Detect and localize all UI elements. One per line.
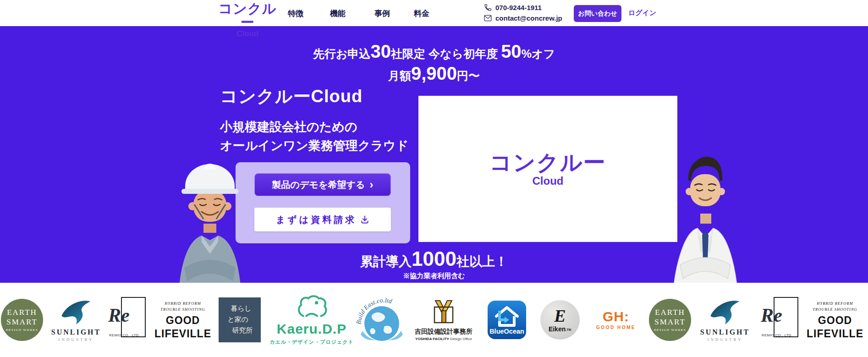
client-logo-kurashi: 暮らし と家の 研究所 [219,297,261,342]
earth-smart-line1: EARTH [655,308,685,317]
promo-number-50: 50 [501,41,522,61]
client-logo-earth-smart: EARTH SMART DESIGN WORKS [1,299,43,341]
glv-tagline2: TROUBLE SHOOTING [154,307,211,313]
nav-item-features[interactable]: 特徴 [288,8,303,19]
promo-text: 社限定 今なら初年度 [391,47,501,60]
client-logo-remio: Re REMIO CO., LTD. [760,297,802,343]
kaeru-sub: カエル・デザイン・プロジェクト [269,339,353,346]
remio-mark: Re [108,304,130,326]
stats-number: 1000 [412,247,456,270]
kurashi-box-icon: 暮らし と家の 研究所 [219,297,261,342]
yoshida-y-icon [431,299,456,324]
demo-request-button[interactable]: 製品のデモを希望する › [254,173,391,196]
client-logo-kaeru: Kaeru.D.P カエル・デザイン・プロジェクト [269,295,353,346]
yoshida-sub-bold: YOSHIDA FACILITY [415,337,449,341]
kurashi-line2: と家の [215,314,261,325]
header: コンクルー Cloud 特徴 機能 事例 料金 070-9244-1911 co… [0,0,868,26]
client-logo-blueocean: BlueOcean [488,301,526,339]
glv-line2: LIFEVILLE [154,328,211,339]
promo-text: %オフ [522,47,555,60]
yoshida-sub-rest: Design Office [450,337,472,341]
client-logo-eiken: E Eiken.TK [540,300,580,340]
remio-sub: REMIO CO., LTD. [109,333,140,337]
eiken-name-text: Eiken [549,325,566,333]
blueocean-name: BlueOcean [489,328,524,335]
yoshida-name: 吉田設備設計事務所 [415,328,472,336]
earth-smart-circle-icon: EARTH SMART DESIGN WORKS [649,299,691,341]
header-phone-number: 070-9244-1911 [495,4,542,11]
good-home-mark: GH: [596,310,636,324]
kurashi-line3: 研究所 [224,325,261,336]
video-logo-main: コンクルー [489,152,606,174]
video-logo-sub: Cloud [533,176,564,187]
sunlight-sub: INDUSTRY [51,337,101,342]
eiken-name: Eiken.TK [549,325,571,333]
promo-price: 9,900 [411,63,457,83]
glv-tagline1: HYBRID REFORM [807,301,863,307]
earth-smart-line3: DESIGN WORKS [654,328,687,332]
frog-icon [295,295,328,319]
nav-item-pricing[interactable]: 料金 [414,8,429,19]
glv-tagline1: HYBRID REFORM [154,301,211,307]
contact-button[interactable]: お問い合わせ [574,5,621,22]
demo-request-label: 製品のデモを希望する [272,179,365,191]
header-email-address: contact@concrew.jp [495,14,562,22]
earth-smart-line1: EARTH [7,308,37,317]
brand-logo-main: コンクルー [215,2,280,29]
glv-line1: GOOD [807,315,863,326]
earth-smart-line3: DESIGN WORKS [6,328,38,332]
kurashi-line1: 暮らし [221,303,261,314]
promo-line1: 先行お申込30社限定 今なら初年度 50%オフ [0,41,868,62]
hero-video-box: コンクルー Cloud [418,96,677,242]
header-email[interactable]: contact@concrew.jp [484,14,562,22]
client-logo-build-east: Build East.co.ltd [356,295,407,345]
glv-line1: GOOD [154,315,211,326]
promo-number-30: 30 [371,41,391,61]
client-logo-earth-smart: EARTH SMART DESIGN WORKS [649,299,691,341]
login-link[interactable]: ログイン [628,9,656,17]
page-title: コンクルーCloud [220,85,363,108]
stats-text: 社以上！ [456,254,508,269]
client-logo-sunlight: SUNLIGHT INDUSTRY [51,298,101,342]
sunlight-swoosh-icon [59,298,93,325]
hero-subtitle-line1: 小規模建設会社のための [220,119,357,135]
client-logo-remio: Re REMIO CO., LTD. [107,297,149,343]
businessman-photo [668,145,742,283]
brand-logo-sub: Cloud [215,30,280,38]
eiken-suffix: .TK [566,328,571,332]
header-phone[interactable]: 070-9244-1911 [484,4,542,11]
nav-item-functions[interactable]: 機能 [330,8,346,19]
promo-text: 月額 [388,69,411,82]
glv-line2: LIFEVILLE [807,328,863,339]
hero-section: 先行お申込30社限定 今なら初年度 50%オフ 月額9,900円〜 コンクルーC… [0,26,868,283]
promo-banner: 先行お申込30社限定 今なら初年度 50%オフ 月額9,900円〜 [0,41,868,84]
client-logo-sunlight: SUNLIGHT INDUSTRY [700,298,750,342]
construction-worker-photo [169,150,251,283]
sunlight-name: SUNLIGHT [700,328,750,336]
promo-line2: 月額9,900円〜 [0,63,868,84]
kaeru-name: Kaeru.D.P [269,322,353,336]
earth-smart-circle-icon: EARTH SMART DESIGN WORKS [1,299,43,341]
nav-item-cases[interactable]: 事例 [374,8,390,19]
eiken-circle-icon: E Eiken.TK [540,300,580,340]
blueocean-house-icon: BlueOcean [488,301,526,339]
chevron-right-icon: › [369,179,373,190]
yoshida-sub: YOSHIDA FACILITY Design Office [415,337,472,341]
download-icon [360,215,369,224]
sunlight-swoosh-icon [708,298,742,325]
eiken-mark: E [554,307,566,324]
blueocean-house-glyph [493,304,521,327]
client-logo-good-lifeville: HYBRID REFORM TROUBLE SHOOTING GOOD LIFE… [154,301,211,339]
promo-text: 先行お申込 [313,47,371,60]
earth-smart-line2: SMART [6,318,38,327]
promo-text: 円〜 [457,69,480,82]
client-logo-good-home: GH: GOOD HOME [596,310,636,330]
glv-tagline2: TROUBLE SHOOTING [807,307,863,313]
phone-icon [484,4,492,11]
document-request-label: まずは資料請求 [276,214,357,226]
document-request-button[interactable]: まずは資料請求 [254,208,391,231]
client-logo-yoshida: 吉田設備設計事務所 YOSHIDA FACILITY Design Office [415,299,472,341]
sunlight-sub: INDUSTRY [700,337,750,342]
stats-text: 累計導入 [360,254,412,269]
brand-logo[interactable]: コンクルー Cloud [215,2,280,38]
